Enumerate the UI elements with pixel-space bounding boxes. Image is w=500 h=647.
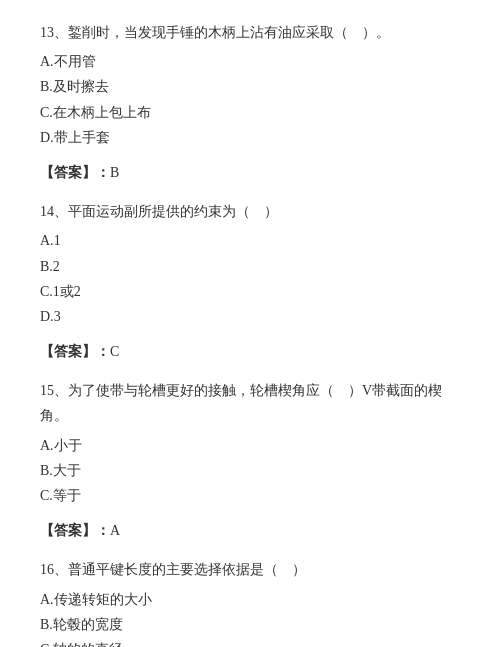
answer-14-label: 【答案】： (40, 344, 110, 359)
question-16-option-b: B.轮毂的宽度 (40, 612, 460, 637)
question-16-text: 16、普通平键长度的主要选择依据是（ ） (40, 557, 460, 582)
question-13-text: 13、錾削时，当发现手锤的木柄上沾有油应采取（ ）。 (40, 20, 460, 45)
question-14-option-b: B.2 (40, 254, 460, 279)
question-14-text: 14、平面运动副所提供的约束为（ ） (40, 199, 460, 224)
question-16: 16、普通平键长度的主要选择依据是（ ） A.传递转矩的大小 B.轮毂的宽度 C… (40, 557, 460, 647)
question-14-option-c: C.1或2 (40, 279, 460, 304)
question-15-option-c: C.等于 (40, 483, 460, 508)
answer-15: 【答案】：A (40, 518, 460, 543)
question-13-option-a: A.不用管 (40, 49, 460, 74)
question-14-option-d: D.3 (40, 304, 460, 329)
question-13-option-c: C.在木柄上包上布 (40, 100, 460, 125)
question-13: 13、錾削时，当发现手锤的木柄上沾有油应采取（ ）。 A.不用管 B.及时擦去 … (40, 20, 460, 150)
question-15: 15、为了使带与轮槽更好的接触，轮槽楔角应（ ）V带截面的楔角。 A.小于 B.… (40, 378, 460, 508)
answer-13-value: B (110, 165, 119, 180)
answer-15-value: A (110, 523, 120, 538)
questions-container: 13、錾削时，当发现手锤的木柄上沾有油应采取（ ）。 A.不用管 B.及时擦去 … (40, 20, 460, 647)
question-15-option-a: A.小于 (40, 433, 460, 458)
question-16-option-a: A.传递转矩的大小 (40, 587, 460, 612)
question-15-text: 15、为了使带与轮槽更好的接触，轮槽楔角应（ ）V带截面的楔角。 (40, 378, 460, 428)
question-13-option-b: B.及时擦去 (40, 74, 460, 99)
question-15-option-b: B.大于 (40, 458, 460, 483)
answer-13-label: 【答案】： (40, 165, 110, 180)
question-14: 14、平面运动副所提供的约束为（ ） A.1 B.2 C.1或2 D.3 (40, 199, 460, 329)
question-13-option-d: D.带上手套 (40, 125, 460, 150)
question-14-option-a: A.1 (40, 228, 460, 253)
answer-14-value: C (110, 344, 119, 359)
question-16-option-c: C.轴的的直径 (40, 637, 460, 647)
answer-14: 【答案】：C (40, 339, 460, 364)
answer-15-label: 【答案】： (40, 523, 110, 538)
answer-13: 【答案】：B (40, 160, 460, 185)
